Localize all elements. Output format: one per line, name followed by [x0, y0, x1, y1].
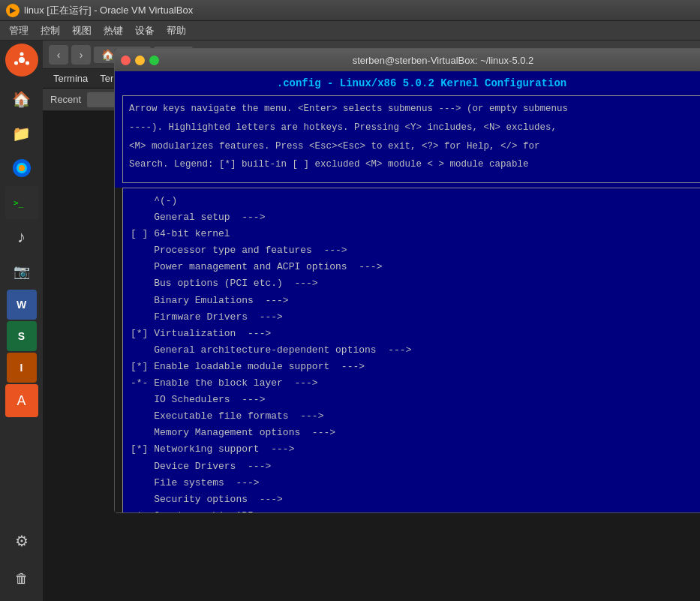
terminal-content[interactable]: .config - Linux/x86 5.0.2 Kernel Configu… [115, 71, 700, 512]
minimize-button[interactable] [135, 56, 145, 65]
svg-point-3 [14, 62, 18, 65]
menu-item-14[interactable]: Memory Management options ---> [131, 425, 700, 441]
menu-item-4[interactable]: Power management and ACPI options ---> [131, 259, 700, 275]
menu-item-3[interactable]: Processor type and features ---> [131, 242, 700, 259]
sidebar-trash-icon[interactable]: 🗑 [5, 562, 38, 595]
svg-point-4 [26, 62, 29, 65]
sidebar-folder-icon[interactable]: 📁 [5, 117, 38, 150]
menu-item-12[interactable]: IO Schedulers ---> [131, 392, 700, 408]
config-title: .config - Linux/x86 5.0.2 Kernel Configu… [122, 74, 700, 95]
sidebar-software-icon[interactable]: A [5, 384, 38, 417]
menu-item-13[interactable]: Executable file formats ---> [131, 408, 700, 425]
instruction-line-3: <M> modularizes features. Press <Esc><Es… [129, 140, 700, 154]
titlebar: ▶ linux [正在运行] - Oracle VM VirtualBox [0, 0, 700, 21]
sidebar-firefox-icon[interactable] [5, 152, 38, 185]
menu-item-19[interactable]: -*- Cryptographic API ---> [131, 508, 700, 512]
menu-item-0[interactable]: ^(-) [131, 193, 700, 209]
menuconfig-instructions: Arrow keys navigate the menu. <Enter> se… [115, 95, 700, 188]
instruction-line-2: ----). Highlighted letters are hotkeys. … [129, 121, 700, 135]
vbox-titlebar: sterben@sterben-VirtualBox: ~/linux-5.0.… [115, 49, 700, 71]
close-button[interactable] [121, 56, 131, 65]
sidebar-camera-icon[interactable]: 📷 [5, 255, 38, 288]
vbox-window: sterben@sterben-VirtualBox: ~/linux-5.0.… [114, 48, 700, 513]
menu-item-5[interactable]: Bus options (PCI etc.) ---> [131, 275, 700, 292]
menu-item-11[interactable]: -*- Enable the block layer ---> [131, 375, 700, 392]
instruction-line-1: Arrow keys navigate the menu. <Enter> se… [129, 102, 700, 116]
vm-menu-device[interactable]: 设备 [129, 23, 161, 39]
vm-menu-control[interactable]: 控制 [35, 23, 66, 39]
menu-item-1[interactable]: General setup ---> [131, 209, 700, 226]
menu-item-10[interactable]: [*] Enable loadable module support ---> [131, 359, 700, 375]
home-icon: 🏠 [101, 49, 114, 61]
vm-menu-help[interactable]: 帮助 [161, 23, 192, 39]
sidebar-music-icon[interactable]: ♪ [5, 221, 38, 254]
menu-item-7[interactable]: Firmware Drivers ---> [131, 309, 700, 326]
vm-menubar: 管理 控制 视图 热键 设备 帮助 [0, 21, 700, 41]
vm-menu-hotkey[interactable]: 热键 [98, 23, 129, 39]
sidebar: 🏠 📁 >_ ♪ 📷 W S I A ⚙ 🗑 [0, 41, 43, 601]
menu-item-6[interactable]: Binary Emulations ---> [131, 293, 700, 309]
back-button[interactable]: ‹ [49, 45, 68, 65]
ubuntu-logo-icon[interactable] [5, 44, 38, 77]
svg-point-2 [20, 53, 23, 56]
menu-item-9[interactable]: General architecture-dependent options -… [131, 342, 700, 359]
sidebar-writer-icon[interactable]: W [7, 290, 37, 320]
svg-point-1 [19, 57, 25, 63]
app-icon: ▶ [6, 4, 20, 17]
term-menu-termina[interactable]: Termina [47, 71, 94, 86]
instruction-line-4: Search. Legend: [*] built-in [ ] exclude… [129, 158, 700, 172]
vm-menu-manage[interactable]: 管理 [3, 23, 35, 39]
svg-text:>_: >_ [14, 198, 24, 208]
sidebar-impress-icon[interactable]: I [7, 353, 37, 383]
sidebar-settings-icon[interactable]: ⚙ [5, 524, 38, 557]
forward-button[interactable]: › [71, 45, 91, 65]
recent-label: Recent [50, 94, 81, 105]
menu-list[interactable]: ^(-) General setup ---> [ ] 64-bit kerne… [122, 188, 700, 512]
window-title: linux [正在运行] - Oracle VM VirtualBox [24, 4, 193, 17]
menu-item-17[interactable]: File systems ---> [131, 475, 700, 491]
instructions-box: Arrow keys navigate the menu. <Enter> se… [122, 95, 700, 183]
sidebar-calc-icon[interactable]: S [7, 321, 37, 351]
main-content: ‹ › 🏠 Home rootfs Termina Terminal File … [43, 41, 700, 601]
sidebar-home-icon[interactable]: 🏠 [5, 83, 38, 116]
vbox-title: sterben@sterben-VirtualBox: ~/linux-5.0.… [164, 55, 700, 66]
menu-item-16[interactable]: Device Drivers ---> [131, 458, 700, 475]
menu-item-2[interactable]: [ ] 64-bit kernel [131, 226, 700, 242]
maximize-button[interactable] [149, 56, 159, 65]
menu-item-18[interactable]: Security options ---> [131, 491, 700, 508]
svg-point-7 [19, 165, 25, 171]
sidebar-terminal-icon[interactable]: >_ [5, 186, 38, 219]
menu-item-8[interactable]: [*] Virtualization ---> [131, 326, 700, 342]
vm-menu-view[interactable]: 视图 [66, 23, 98, 39]
menu-item-15[interactable]: [*] Networking support ---> [131, 441, 700, 458]
config-title-area: .config - Linux/x86 5.0.2 Kernel Configu… [115, 71, 700, 95]
